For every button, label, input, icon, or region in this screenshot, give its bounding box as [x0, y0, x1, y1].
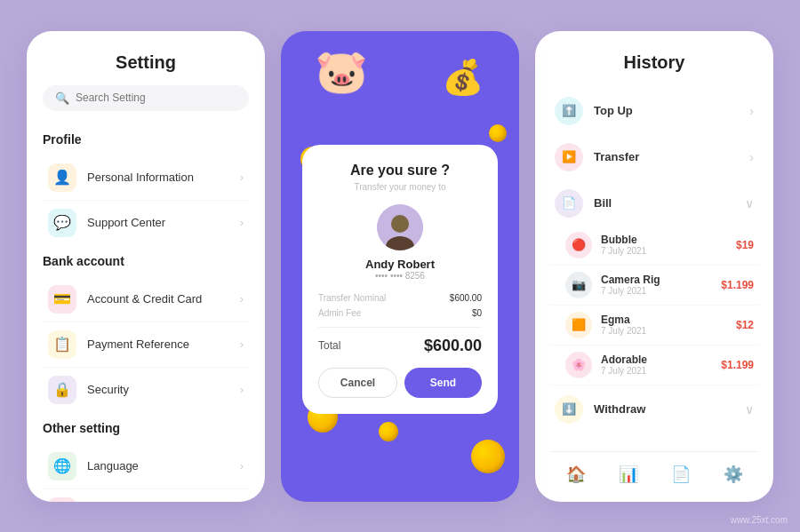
total-value: $600.00: [424, 337, 482, 355]
menu-item-account[interactable]: 💳 Account & Credit Card ›: [43, 277, 249, 322]
settings-screen: Setting 🔍 Profile 👤 Personal Information…: [27, 31, 265, 502]
bill-chevron: ∨: [745, 196, 754, 210]
fee-value: $0: [472, 308, 482, 318]
item-amount: $19: [736, 239, 754, 251]
nav-docs[interactable]: 📄: [664, 461, 698, 488]
bill-label: Bill: [594, 196, 745, 210]
item-info: Egma 7 July 2021: [601, 314, 736, 336]
svg-point-1: [391, 215, 409, 233]
security-label: Security: [87, 383, 240, 396]
recipient-name: Andy Robert: [318, 258, 482, 271]
account-icon: 💳: [48, 285, 76, 314]
cancel-button[interactable]: Cancel: [318, 368, 397, 398]
history-item: 🌸 Adorable 7 July 2021 $1.199: [549, 345, 759, 385]
chevron-icon: ›: [240, 383, 244, 396]
account-label: Account & Credit Card: [87, 292, 240, 306]
bubble-icon: 🔴: [565, 232, 592, 258]
chevron-icon: ›: [240, 459, 244, 472]
fee-row: Admin Fee $0: [318, 308, 482, 318]
profile-section: Profile 👤 Personal Information › 💬 Suppo…: [43, 129, 249, 245]
topup-chevron: ›: [749, 104, 754, 118]
watermark: www.25xt.com: [731, 515, 788, 525]
withdraw-chevron: ∨: [745, 402, 754, 417]
group-bill-header[interactable]: 📄 Bill ∨: [549, 181, 759, 226]
transfer-modal: Are you sure ? Transfer your money to An…: [302, 145, 498, 414]
history-screen: History ⬆️ Top Up › ▶️ Transfer ›: [535, 31, 773, 502]
item-amount: $1.199: [721, 359, 754, 371]
history-title: History: [549, 52, 759, 73]
group-topup: ⬆️ Top Up ›: [549, 89, 759, 133]
other-section-label: Other setting: [43, 421, 249, 435]
support-icon: 💬: [48, 209, 76, 237]
nominal-label: Transfer Nominal: [318, 293, 386, 303]
payment-icon: 📋: [48, 330, 76, 359]
item-name: Camera Rig: [601, 274, 721, 286]
item-name: Adorable: [601, 353, 721, 366]
send-button[interactable]: Send: [404, 368, 482, 398]
topup-label: Top Up: [594, 104, 749, 117]
menu-item-personal-info[interactable]: 👤 Personal Information ›: [43, 155, 249, 201]
personal-info-icon: 👤: [48, 163, 76, 192]
settings-title: Setting: [43, 52, 249, 73]
dollar-icon: 💰: [442, 58, 484, 97]
nav-settings[interactable]: ⚙️: [716, 461, 750, 488]
bill-icon: 📄: [555, 189, 583, 218]
chevron-icon: ›: [240, 292, 244, 306]
chevron-icon: ›: [240, 337, 244, 351]
item-name: Egma: [601, 314, 736, 326]
nav-stats[interactable]: 📊: [612, 461, 645, 488]
search-icon: 🔍: [55, 91, 69, 105]
bank-section: Bank account 💳 Account & Credit Card › 📋…: [43, 250, 249, 412]
terms-icon: 📄: [48, 497, 76, 502]
profile-section-label: Profile: [43, 132, 249, 147]
topup-icon: ⬆️: [555, 97, 583, 125]
payment-label: Payment Reference: [87, 337, 240, 351]
item-amount: $12: [736, 319, 754, 331]
transfer-modal-subtitle: Transfer your money to: [318, 182, 482, 192]
menu-item-terms[interactable]: 📄 Terms & Condition ›: [43, 489, 249, 502]
chevron-icon: ›: [240, 216, 244, 229]
history-item: 🔴 Bubble 7 July 2021 $19: [549, 226, 759, 266]
withdraw-label: Withdraw: [594, 402, 745, 416]
item-date: 7 July 2021: [601, 326, 736, 336]
group-bill: 📄 Bill ∨ 🔴 Bubble 7 July 2021 $19 📷: [549, 181, 759, 385]
item-name: Bubble: [601, 234, 736, 246]
coin-decoration: [471, 440, 505, 473]
menu-item-security[interactable]: 🔒 Security ›: [43, 368, 249, 412]
group-withdraw: ⬇️ Withdraw ∨: [549, 387, 759, 432]
piggy-icon: 🐷: [315, 47, 368, 97]
group-transfer-header[interactable]: ▶️ Transfer ›: [549, 135, 759, 179]
other-section: Other setting 🌐 Language › 📄 Terms & Con…: [43, 417, 249, 502]
item-info: Adorable 7 July 2021: [601, 353, 721, 376]
divider: [318, 327, 482, 328]
group-withdraw-header[interactable]: ⬇️ Withdraw ∨: [549, 387, 759, 432]
security-icon: 🔒: [48, 376, 76, 404]
item-date: 7 July 2021: [601, 246, 736, 256]
avatar: [377, 204, 423, 250]
personal-info-label: Personal Information: [87, 171, 240, 184]
search-input[interactable]: [76, 91, 236, 104]
transfer-chevron: ›: [749, 150, 754, 164]
nav-home[interactable]: 🏠: [559, 461, 593, 488]
menu-item-payment[interactable]: 📋 Payment Reference ›: [43, 322, 249, 368]
transfer-icon: ▶️: [555, 143, 583, 171]
menu-item-support[interactable]: 💬 Support Center ›: [43, 201, 249, 245]
adorable-icon: 🌸: [565, 352, 592, 378]
nominal-value: $600.00: [450, 293, 482, 303]
chevron-icon: ›: [240, 171, 244, 184]
history-bottom-nav: 🏠 📊 📄 ⚙️: [549, 451, 759, 491]
nominal-row: Transfer Nominal $600.00: [318, 293, 482, 303]
menu-item-language[interactable]: 🌐 Language ›: [43, 444, 249, 489]
action-buttons: Cancel Send: [318, 368, 482, 398]
egma-icon: 🟧: [565, 312, 592, 338]
coin-decoration: [379, 422, 398, 441]
withdraw-icon: ⬇️: [555, 395, 583, 424]
transfer-screen: 🐷 💰 Are you sure ? Transfer your money t…: [281, 31, 519, 502]
recipient-account: •••• •••• 8256: [318, 271, 482, 281]
search-bar[interactable]: 🔍: [43, 85, 249, 111]
transfer-label: Transfer: [594, 150, 749, 163]
group-topup-header[interactable]: ⬆️ Top Up ›: [549, 89, 759, 133]
language-label: Language: [87, 459, 240, 472]
support-label: Support Center: [87, 216, 240, 229]
group-transfer: ▶️ Transfer ›: [549, 135, 759, 179]
